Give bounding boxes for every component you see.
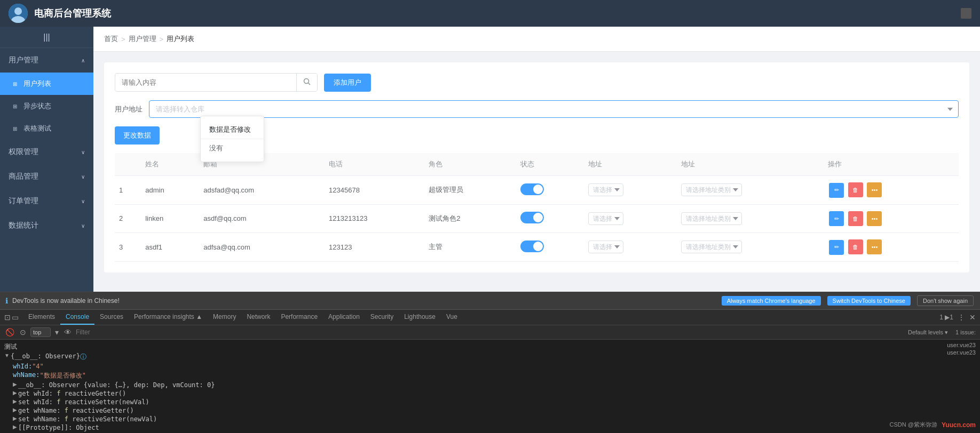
search-button[interactable] <box>296 74 317 91</box>
addr2-select[interactable]: 请选择地址类别 <box>681 183 742 196</box>
cell-email: adfsa@qq.com <box>199 233 325 262</box>
delete-button[interactable]: 🗑 <box>848 182 863 197</box>
modify-button[interactable]: 更改数据 <box>115 126 160 145</box>
always-match-button[interactable]: Always match Chrome's language <box>722 296 821 306</box>
tab-performance[interactable]: Performance <box>275 310 323 325</box>
devtools-console-content: 测试 {__ob__: Observer} ⓘ whId: "4" <box>0 340 980 433</box>
breadcrumb-sep-2: > <box>160 35 164 43</box>
cell-phone: 123123 <box>325 233 424 262</box>
cell-role: 超级管理员 <box>424 176 516 205</box>
info-circle[interactable]: ⓘ <box>80 352 86 362</box>
edit-button[interactable]: ✏ <box>829 240 844 255</box>
expand-set-whname[interactable] <box>13 415 17 421</box>
filter-input[interactable] <box>76 328 905 336</box>
dropdown-item[interactable]: 没有 <box>201 139 264 157</box>
filter-icon[interactable]: ⊙ <box>19 327 27 338</box>
status-toggle[interactable] <box>520 240 544 252</box>
expand-set-whid[interactable] <box>13 398 17 404</box>
cell-status <box>516 233 584 262</box>
default-levels-label: Default levels ▾ <box>908 329 948 336</box>
address-select[interactable]: 请选择转入仓库 <box>149 100 959 118</box>
more-button[interactable]: ••• <box>867 211 882 226</box>
svg-line-4 <box>309 83 311 85</box>
cell-name: asdf1 <box>141 233 199 262</box>
edit-button[interactable]: ✏ <box>829 211 844 226</box>
sidebar-group-header-products[interactable]: 商品管理 ∨ <box>0 164 93 189</box>
tab-security[interactable]: Security <box>365 310 399 325</box>
eye-icon[interactable]: 👁 <box>63 327 73 338</box>
dropdown-arrow-icon[interactable]: ▾ <box>54 327 60 338</box>
tab-elements[interactable]: Elements <box>23 310 60 325</box>
status-toggle[interactable] <box>520 183 544 195</box>
get-whid: get whId: f reactiveGetter() <box>18 390 126 397</box>
table-row: 1 admin adsfad@qq.com 12345678 超级管理员 请选择… <box>115 176 959 205</box>
sidebar-group-header-auth[interactable]: 权限管理 ∨ <box>0 140 93 164</box>
device-icon[interactable]: ▭ <box>12 313 19 322</box>
cell-addr1: 请选择 <box>584 176 677 205</box>
console-line-9: set whName: f reactiveSetter(newVal) <box>4 415 947 423</box>
sidebar-group-header-stats[interactable]: 数据统计 ∨ <box>0 213 93 238</box>
sidebar-toggle[interactable]: ||| <box>0 27 93 48</box>
status-toggle[interactable] <box>520 212 544 223</box>
dont-show-again-button[interactable]: Don't show again <box>917 295 974 306</box>
cell-role: 主管 <box>424 233 516 262</box>
search-input[interactable] <box>115 74 296 91</box>
sidebar-group-header-user-mgmt[interactable]: 用户管理 ∧ <box>0 48 93 73</box>
addr2-select[interactable]: 请选择地址类别 <box>681 212 742 225</box>
edit-button[interactable]: ✏ <box>829 183 844 198</box>
sidebar-group-header-orders[interactable]: 订单管理 ∨ <box>0 189 93 213</box>
tab-application[interactable]: Application <box>323 310 365 325</box>
tab-sources[interactable]: Sources <box>94 310 129 325</box>
addr1-select[interactable]: 请选择 <box>588 240 623 253</box>
sidebar-item-label: 表格测试 <box>23 124 51 133</box>
expand-prototype[interactable] <box>13 424 17 430</box>
addr1-select[interactable]: 请选择 <box>588 212 623 225</box>
add-user-button[interactable]: 添加用户 <box>324 74 371 92</box>
notification-text: DevTools is now available in Chinese! <box>12 297 716 304</box>
breadcrumb-home[interactable]: 首页 <box>104 34 118 44</box>
dropdown-header: 数据是否修改 <box>201 121 264 139</box>
tab-lighthouse[interactable]: Lighthouse <box>399 310 441 325</box>
chevron-down-icon: ∨ <box>81 149 85 155</box>
issues-count: 1 issue: <box>955 329 976 335</box>
tab-network[interactable]: Network <box>241 310 275 325</box>
tab-vue[interactable]: Vue <box>441 310 463 325</box>
console-line-7: set whId: f reactiveSetter(newVal) <box>4 398 947 406</box>
dots-icon[interactable]: ⋮ <box>958 313 965 322</box>
cell-email: asdf@qq.com <box>199 204 325 233</box>
source-link-1[interactable]: user.vue23 <box>947 342 976 348</box>
context-selector[interactable]: top <box>30 327 51 337</box>
inspect-icon[interactable]: ⊡ <box>4 313 11 322</box>
cell-index: 1 <box>115 176 141 205</box>
tab-memory[interactable]: Memory <box>208 310 241 325</box>
addr1-select[interactable]: 请选择 <box>588 183 623 196</box>
breadcrumb-user-mgmt[interactable]: 用户管理 <box>129 34 156 44</box>
delete-button[interactable]: 🗑 <box>848 211 863 226</box>
expand-ob[interactable] <box>13 381 17 387</box>
sidebar-item-async-status[interactable]: ⊞ 异步状态 <box>0 95 93 117</box>
yuucn-watermark: Yuucn.com <box>942 421 976 429</box>
sidebar-item-table-test[interactable]: ⊞ 表格测试 <box>0 117 93 140</box>
app-title: 电商后台管理系统 <box>34 7 111 20</box>
switch-to-chinese-button[interactable]: Switch DevTools to Chinese <box>827 296 911 306</box>
expand-get-whid[interactable] <box>13 390 17 396</box>
sidebar-group-auth: 权限管理 ∨ <box>0 140 93 164</box>
addr2-select[interactable]: 请选择地址类别 <box>681 240 742 253</box>
settings-icon[interactable]: ✕ <box>969 313 976 322</box>
expand-object[interactable] <box>4 352 10 358</box>
source-link-2[interactable]: user.vue23 <box>947 349 976 356</box>
topbar-action[interactable] <box>961 8 971 19</box>
delete-button[interactable]: 🗑 <box>848 239 863 254</box>
tab-performance-insights[interactable]: Performance insights ▲ <box>129 310 208 325</box>
expand-get-whname[interactable] <box>13 407 17 413</box>
console-line-1: 测试 <box>4 342 947 352</box>
more-button[interactable]: ••• <box>867 239 882 254</box>
sidebar-item-user-list[interactable]: ⊞ 用户列表 <box>0 73 93 95</box>
col-addr1: 地址 <box>584 153 677 176</box>
tab-console[interactable]: Console <box>60 310 94 325</box>
console-links: user.vue23 user.vue23 <box>947 342 976 432</box>
clear-icon[interactable]: 🚫 <box>4 327 15 338</box>
sidebar-group-label-orders: 订单管理 <box>9 196 38 206</box>
more-button[interactable]: ••• <box>867 182 882 197</box>
console-line-4: whName: "数据是否修改" <box>4 371 947 381</box>
